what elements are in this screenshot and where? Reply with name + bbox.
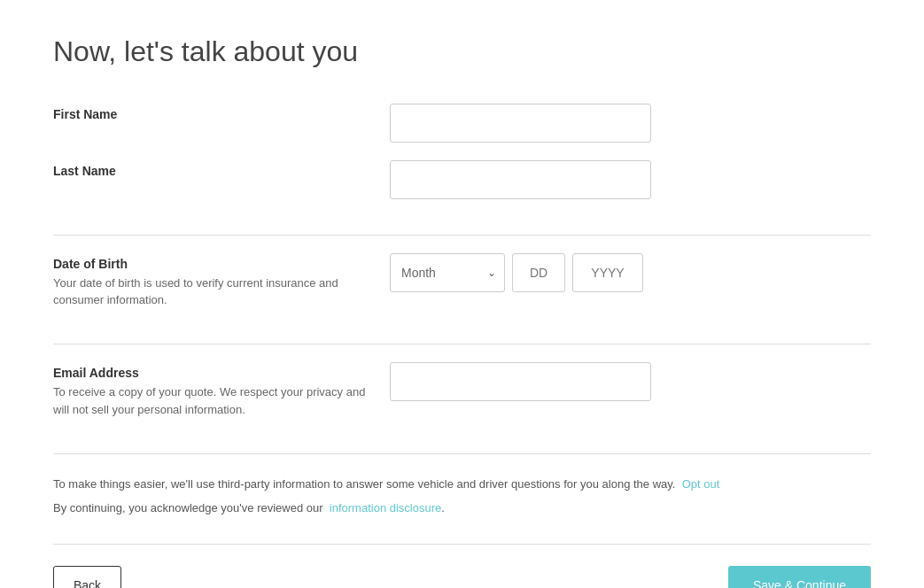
last-name-input[interactable] bbox=[390, 160, 651, 199]
last-name-row: Last Name bbox=[53, 160, 871, 199]
last-name-input-col bbox=[390, 160, 871, 199]
last-name-label-col: Last Name bbox=[53, 160, 390, 182]
email-input-col bbox=[390, 362, 871, 401]
email-section: Email Address To receive a copy of your … bbox=[53, 344, 871, 453]
dob-label: Date of Birth bbox=[53, 257, 372, 271]
email-description: To receive a copy of your quote. We resp… bbox=[53, 385, 365, 415]
dob-row: Date of Birth Your date of birth is used… bbox=[53, 253, 871, 308]
footer-actions: Back Save & Continue bbox=[53, 545, 871, 588]
email-row: Email Address To receive a copy of your … bbox=[53, 362, 871, 417]
name-section: First Name Last Name bbox=[53, 104, 871, 235]
back-button[interactable]: Back bbox=[53, 566, 121, 588]
dob-section: Date of Birth Your date of birth is used… bbox=[53, 236, 871, 344]
dob-label-col: Date of Birth Your date of birth is used… bbox=[53, 253, 390, 308]
page-container: Now, let's talk about you First Name Las… bbox=[0, 0, 924, 588]
month-select-wrapper: Month JanuaryFebruaryMarchAprilMayJuneJu… bbox=[390, 253, 505, 292]
info-section: To make things easier, we'll use third-p… bbox=[53, 454, 871, 545]
email-label: Email Address bbox=[53, 366, 372, 380]
first-name-label-col: First Name bbox=[53, 104, 390, 125]
dob-description: Your date of birth is used to verify cur… bbox=[53, 276, 338, 306]
dob-input-col: Month JanuaryFebruaryMarchAprilMayJuneJu… bbox=[390, 253, 871, 292]
day-input[interactable] bbox=[512, 253, 565, 292]
opt-out-link[interactable]: Opt out bbox=[682, 477, 720, 491]
page-title: Now, let's talk about you bbox=[53, 35, 871, 68]
acknowledgement-prefix: By continuing, you acknowledge you've re… bbox=[53, 501, 323, 514]
email-label-col: Email Address To receive a copy of your … bbox=[53, 362, 390, 417]
dob-inputs-group: Month JanuaryFebruaryMarchAprilMayJuneJu… bbox=[390, 253, 643, 292]
disclosure-suffix: . bbox=[441, 501, 445, 514]
first-name-label: First Name bbox=[53, 107, 372, 121]
acknowledgement-text: By continuing, you acknowledge you've re… bbox=[53, 499, 871, 518]
disclosure-link[interactable]: information disclosure bbox=[330, 501, 441, 514]
first-name-input[interactable] bbox=[390, 104, 651, 143]
month-select[interactable]: Month JanuaryFebruaryMarchAprilMayJuneJu… bbox=[390, 253, 505, 292]
last-name-label: Last Name bbox=[53, 164, 372, 178]
save-continue-button[interactable]: Save & Continue bbox=[728, 566, 871, 588]
first-name-row: First Name bbox=[53, 104, 871, 143]
third-party-text: To make things easier, we'll use third-p… bbox=[53, 477, 675, 491]
third-party-info: To make things easier, we'll use third-p… bbox=[53, 476, 871, 494]
first-name-input-col bbox=[390, 104, 871, 143]
year-input[interactable] bbox=[572, 253, 643, 292]
email-input[interactable] bbox=[390, 362, 651, 401]
